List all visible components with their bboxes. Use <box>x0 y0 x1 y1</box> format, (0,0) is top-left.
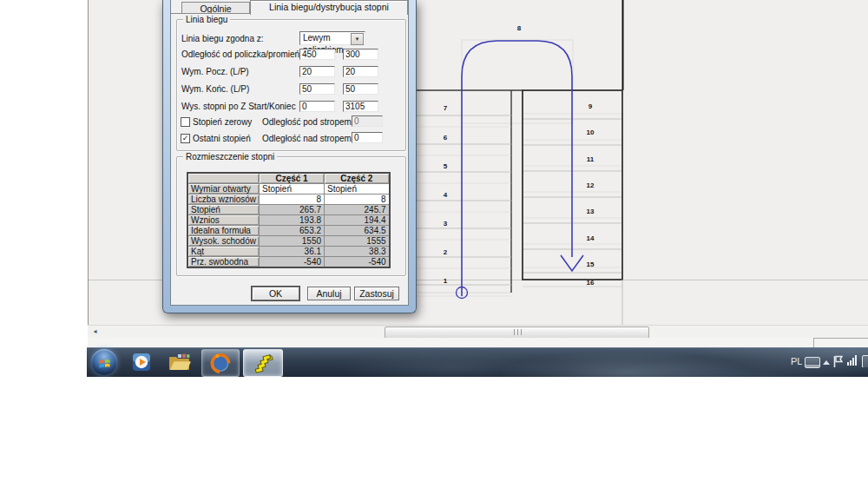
value-field-right[interactable] <box>343 49 378 60</box>
value-cell: -540 <box>260 257 325 268</box>
folder-icon <box>168 353 192 372</box>
group2-title: Rozmieszczenie stopni <box>183 152 277 162</box>
value-cell[interactable]: 8 <box>260 195 325 205</box>
table-row: Wymiar otwartyStopieńStopień <box>187 184 390 195</box>
row-label-cell: Wznios <box>187 215 260 226</box>
network-signal-icon[interactable] <box>847 355 858 366</box>
table-row: Idealna formuła653.2634.5 <box>187 226 390 236</box>
dialog-body: Ogólnie Linia biegu/dystrybucja stopni L… <box>170 0 409 306</box>
chevron-down-icon[interactable]: ▼ <box>351 33 364 45</box>
numeric-row: Wym. Pocz. (L/P) <box>177 66 405 78</box>
thumb-grip <box>514 329 515 335</box>
last-step-checkbox[interactable]: ✓ <box>181 134 190 143</box>
table-row: Wysok. schodów15501555 <box>187 236 390 247</box>
value-cell: 193.8 <box>260 215 325 226</box>
status-strip <box>88 338 868 347</box>
step-number: 3 <box>444 220 448 228</box>
table-row: Kąt36.138.3 <box>187 247 390 257</box>
row-label-cell: Wymiar otwarty <box>187 184 260 195</box>
apply-button[interactable]: Zastosuj <box>354 287 399 300</box>
step-number: 11 <box>587 155 595 163</box>
step-number: 1 <box>444 277 448 285</box>
value-cell: 245.7 <box>325 205 390 215</box>
tab-flight-line[interactable]: Linia biegu/dystrybucja stopni <box>250 0 408 15</box>
value-cell: 38.3 <box>325 247 390 257</box>
value-cell[interactable]: 8 <box>325 195 390 205</box>
table-row: Liczba wzniosów88 <box>187 195 390 205</box>
value-field-left[interactable] <box>299 49 335 60</box>
row-label: Wym. Końc. (L/P) <box>181 84 249 94</box>
screen: 1234567 8 910111213141516 ◂ Ogólnie Lini… <box>0 0 868 488</box>
value-field-left[interactable] <box>299 101 335 112</box>
step-number: 10 <box>587 129 595 136</box>
zero-step-label: Stopień zerowy <box>193 117 252 127</box>
table-header: Część 1 <box>260 173 325 184</box>
language-indicator[interactable]: PL <box>791 356 802 366</box>
taskbar-item-media-player[interactable] <box>125 349 158 375</box>
left-step-numbers: 1234567 <box>444 104 448 285</box>
row-label: Odległość od policzka/promień: <box>181 49 302 59</box>
value-field-right[interactable] <box>343 101 378 112</box>
step-number: 4 <box>444 191 448 199</box>
numeric-row: Odległość od policzka/promień: <box>177 49 405 61</box>
last-step-label: Ostatni stopień <box>193 134 251 143</box>
row-label-cell: Stopień <box>187 205 260 215</box>
stair-properties-dialog: Ogólnie Linia biegu/dystrybucja stopni L… <box>162 0 417 313</box>
ok-button[interactable]: OK <box>252 287 299 300</box>
row-label-cell: Liczba wzniosów <box>187 195 260 205</box>
value-field-right[interactable] <box>343 66 378 77</box>
above-ceiling-field[interactable] <box>352 132 383 143</box>
windows-taskbar: PL <box>87 347 868 377</box>
step-number: 6 <box>444 134 448 142</box>
clipped-tray-icon[interactable] <box>862 355 868 367</box>
action-center-flag-icon[interactable] <box>833 355 843 367</box>
landing-step-number: 8 <box>517 24 522 32</box>
value-cell[interactable]: Stopień <box>325 184 390 195</box>
taskbar-item-stairs-app[interactable] <box>243 349 283 377</box>
step-distribution-group: Rozmieszczenie stopni Część 1Część 2Wymi… <box>176 156 406 276</box>
value-field-left[interactable] <box>299 83 335 95</box>
numeric-row: Wys. stopni po Z Start/Koniec <box>177 101 405 113</box>
group1-title: Linia biegu <box>183 15 230 24</box>
step-number: 7 <box>444 104 448 112</box>
scroll-left-arrow-icon[interactable]: ◂ <box>90 326 100 337</box>
cancel-button[interactable]: Anuluj <box>307 287 351 300</box>
row-label: Wym. Pocz. (L/P) <box>181 67 249 76</box>
show-hidden-icons-chevron[interactable] <box>823 360 830 365</box>
value-cell: 265.7 <box>260 205 325 215</box>
value-cell: 1555 <box>325 236 390 247</box>
step-number: 14 <box>587 234 595 242</box>
value-cell: 36.1 <box>260 247 325 257</box>
taskbar-item-explorer[interactable] <box>163 349 196 375</box>
row-label-cell: Wysok. schodów <box>187 236 260 247</box>
value-cell: -540 <box>325 257 390 268</box>
zero-step-checkbox[interactable] <box>181 117 190 127</box>
value-cell: 1550 <box>260 236 325 247</box>
value-cell[interactable]: Stopień <box>260 184 325 195</box>
value-field-right[interactable] <box>343 83 378 95</box>
value-cell: 634.5 <box>325 226 390 236</box>
tab-general[interactable]: Ogólnie <box>181 2 250 14</box>
value-cell: 653.2 <box>260 226 325 236</box>
table-header <box>187 173 260 184</box>
table-row: Stopień265.7245.7 <box>187 205 390 215</box>
thumb-grip <box>521 329 522 335</box>
combo-label: Linia biegu zgodna z: <box>181 34 264 43</box>
value-field-left[interactable] <box>299 66 335 77</box>
thumb-grip <box>517 329 518 335</box>
step-number: 12 <box>587 181 595 189</box>
above-ceiling-label: Odległość nad stropem: <box>262 134 354 143</box>
step-number: 2 <box>444 248 448 256</box>
firefox-icon <box>209 352 232 374</box>
scrollbar-thumb[interactable] <box>385 326 649 339</box>
horizontal-scrollbar[interactable]: ◂ <box>88 325 868 339</box>
start-button[interactable] <box>91 349 117 375</box>
flight-line-combobox[interactable]: Lewym policzkiem ▼ <box>299 31 365 45</box>
step-number: 13 <box>587 208 595 215</box>
numeric-row: Wym. Końc. (L/P) <box>177 83 405 96</box>
row-label: Wys. stopni po Z Start/Koniec <box>181 102 296 111</box>
keyboard-icon[interactable] <box>805 357 820 368</box>
taskbar-item-firefox[interactable] <box>201 349 240 377</box>
below-ceiling-label: Odległość pod stropem: <box>262 117 354 127</box>
value-cell: 194.4 <box>325 215 390 226</box>
